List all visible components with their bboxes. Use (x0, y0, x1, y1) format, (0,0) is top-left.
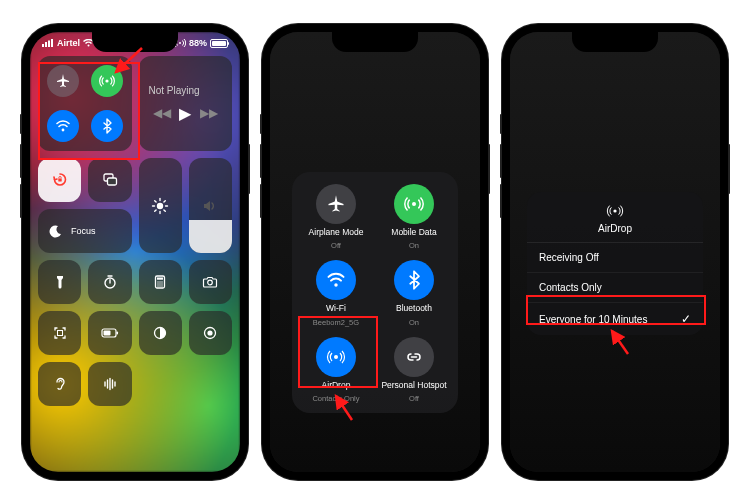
battery-icon (210, 39, 228, 48)
phone-frame-2: Airplane Mode Off Mobile Data On Wi-Fi B… (262, 24, 488, 480)
airdrop-item[interactable]: AirDrop Contacts Only (300, 337, 372, 403)
timer-button[interactable] (88, 260, 131, 304)
svg-point-26 (161, 281, 162, 282)
carrier-label: Airtel (57, 38, 80, 48)
airplane-mode-icon (316, 184, 356, 224)
svg-line-18 (164, 200, 165, 201)
calculator-button[interactable] (139, 260, 182, 304)
bluetooth-icon (394, 260, 434, 300)
sound-recognition-button[interactable] (88, 362, 131, 406)
connectivity-group[interactable] (38, 56, 132, 151)
svg-point-24 (157, 281, 158, 282)
airplane-mode-toggle[interactable] (47, 65, 79, 97)
svg-rect-9 (107, 178, 116, 185)
phone-frame-1: Airtel 88% (22, 24, 248, 480)
svg-point-29 (161, 283, 162, 284)
personal-hotspot-item[interactable]: Personal Hotspot Off (378, 337, 450, 403)
media-prev-icon[interactable]: ◀◀ (153, 106, 171, 120)
camera-button[interactable] (189, 260, 232, 304)
svg-point-51 (613, 209, 616, 212)
focus-label: Focus (71, 226, 96, 236)
mobile-data-item[interactable]: Mobile Data On (378, 184, 450, 250)
code-scanner-button[interactable] (38, 311, 81, 355)
phone-frame-3: AirDrop Receiving Off Contacts Only Ever… (502, 24, 728, 480)
svg-point-48 (334, 284, 338, 288)
svg-rect-36 (116, 332, 118, 335)
battery-pct-label: 88% (189, 38, 207, 48)
low-power-mode-toggle[interactable] (88, 311, 131, 355)
screen-mirroring-button[interactable] (88, 158, 131, 202)
svg-rect-3 (51, 39, 53, 47)
connectivity-expanded-panel: Airplane Mode Off Mobile Data On Wi-Fi B… (292, 172, 458, 413)
brightness-slider[interactable] (139, 158, 182, 253)
airplane-mode-item[interactable]: Airplane Mode Off (300, 184, 372, 250)
media-controls[interactable]: Not Playing ◀◀ ▶ ▶▶ (139, 56, 233, 151)
svg-rect-23 (157, 278, 163, 280)
svg-point-4 (179, 42, 181, 44)
airdrop-header-icon (606, 202, 624, 220)
svg-rect-0 (42, 44, 44, 47)
airdrop-menu: AirDrop Receiving Off Contacts Only Ever… (527, 192, 703, 335)
orientation-lock-toggle[interactable] (38, 158, 81, 202)
svg-point-6 (61, 128, 64, 131)
screen-recording-button[interactable] (189, 311, 232, 355)
airdrop-icon (316, 337, 356, 377)
volume-icon (201, 197, 219, 215)
personal-hotspot-icon (394, 337, 434, 377)
volume-slider[interactable] (189, 158, 232, 253)
signal-icon (42, 39, 54, 47)
svg-point-10 (157, 202, 163, 208)
svg-point-33 (208, 280, 213, 285)
svg-point-40 (208, 330, 213, 335)
svg-line-16 (164, 209, 165, 210)
cellular-data-toggle[interactable] (91, 65, 123, 97)
svg-rect-34 (57, 331, 62, 336)
svg-point-28 (159, 283, 160, 284)
svg-point-5 (105, 80, 108, 83)
flashlight-button[interactable] (38, 260, 81, 304)
media-title: Not Playing (149, 85, 200, 96)
svg-point-25 (159, 281, 160, 282)
svg-point-47 (412, 202, 416, 206)
screen-control-center: Airtel 88% (30, 32, 240, 472)
media-play-icon[interactable]: ▶ (179, 104, 191, 123)
media-next-icon[interactable]: ▶▶ (200, 106, 218, 120)
wifi-icon (316, 260, 356, 300)
svg-point-49 (334, 355, 338, 359)
bluetooth-toggle[interactable] (91, 110, 123, 142)
moon-icon (48, 224, 63, 239)
svg-point-27 (157, 283, 158, 284)
airdrop-option-receiving-off[interactable]: Receiving Off (527, 243, 703, 273)
dark-mode-toggle[interactable] (139, 311, 182, 355)
svg-point-32 (161, 285, 162, 286)
focus-button[interactable]: Focus (38, 209, 132, 253)
svg-rect-1 (45, 42, 47, 47)
svg-line-17 (155, 209, 156, 210)
svg-rect-2 (48, 41, 50, 48)
cellular-data-icon (394, 184, 434, 224)
svg-point-31 (159, 285, 160, 286)
svg-line-15 (155, 200, 156, 201)
checkmark-icon: ✓ (681, 312, 691, 326)
airdrop-menu-title: AirDrop (598, 223, 632, 234)
wifi-item[interactable]: Wi-Fi Beebom2_5G (300, 260, 372, 326)
svg-rect-7 (58, 179, 61, 182)
control-center-grid: Not Playing ◀◀ ▶ ▶▶ (30, 48, 240, 414)
airdrop-option-contacts-only[interactable]: Contacts Only (527, 273, 703, 303)
bluetooth-item[interactable]: Bluetooth On (378, 260, 450, 326)
airdrop-option-everyone-10min[interactable]: Everyone for 10 Minutes ✓ (527, 303, 703, 335)
svg-point-30 (157, 285, 158, 286)
wifi-toggle[interactable] (47, 110, 79, 142)
hearing-button[interactable] (38, 362, 81, 406)
svg-rect-37 (103, 331, 110, 336)
